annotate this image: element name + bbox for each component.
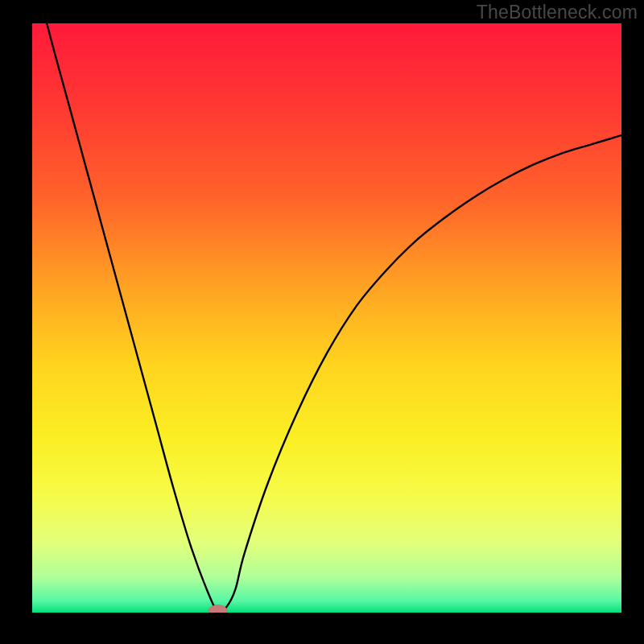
- plot-area: [32, 23, 621, 613]
- gradient-background: [32, 23, 621, 613]
- chart-frame: TheBottleneck.com: [0, 0, 644, 644]
- watermark-label: TheBottleneck.com: [477, 2, 638, 23]
- plot-svg: [32, 23, 621, 613]
